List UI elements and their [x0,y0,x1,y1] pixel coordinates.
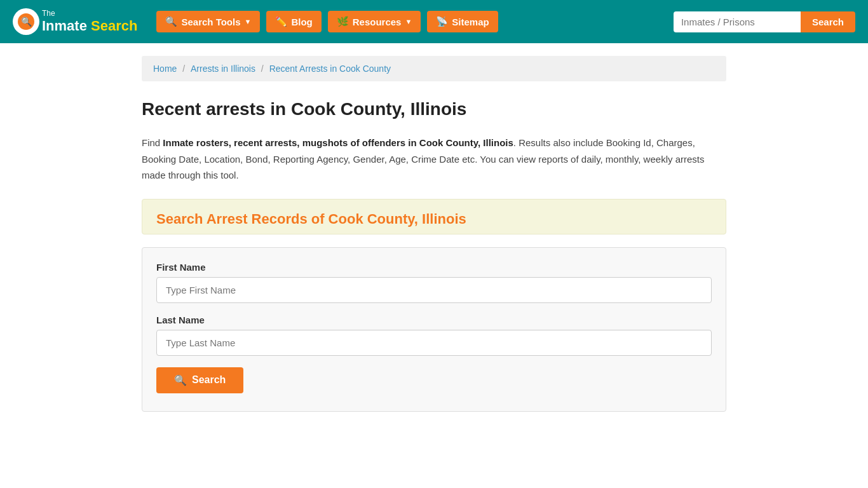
first-name-label: First Name [156,262,712,273]
resources-label: Resources [353,17,402,27]
nav-search-input[interactable] [674,11,801,32]
resources-icon: 🌿 [337,16,349,27]
search-section-title: Search Arrest Records of Cook County, Il… [156,211,712,227]
chevron-down-icon: ▼ [245,18,252,25]
navbar: 🔍 The Inmate Search 🔍 Search Tools ▼ ✏️ … [0,0,868,43]
blog-icon: ✏️ [275,16,287,27]
logo-inmate: Inmate Search [42,18,137,34]
svg-text:🔍: 🔍 [21,17,32,27]
first-name-group: First Name [156,262,712,303]
breadcrumb-home[interactable]: Home [153,64,177,74]
search-submit-icon: 🔍 [174,374,187,386]
search-tools-button[interactable]: 🔍 Search Tools ▼ [156,11,260,32]
last-name-group: Last Name [156,315,712,356]
search-tools-label: Search Tools [181,17,240,27]
logo-text: The Inmate Search [42,10,137,33]
sitemap-button[interactable]: 📡 Sitemap [427,11,498,32]
logo-badge: 🔍 [13,8,39,35]
logo-link[interactable]: 🔍 The Inmate Search [13,8,137,35]
last-name-input[interactable] [156,330,712,356]
search-submit-label: Search [192,374,226,386]
blog-label: Blog [291,17,312,27]
description-start: Find [142,137,163,148]
resources-button[interactable]: 🌿 Resources ▼ [328,11,421,32]
search-section-header: Search Arrest Records of Cook County, Il… [142,199,726,234]
breadcrumb-separator-2: / [261,64,266,74]
breadcrumb-level1[interactable]: Arrests in Illinois [191,64,255,74]
first-name-input[interactable] [156,277,712,303]
sitemap-icon: 📡 [436,16,448,27]
logo-icon: 🔍 [17,13,35,30]
main-content: Home / Arrests in Illinois / Recent Arre… [129,43,739,437]
description-bold: Inmate rosters, recent arrests, mugshots… [163,137,513,148]
nav-search-area: Search [674,11,855,32]
page-description: Find Inmate rosters, recent arrests, mug… [142,135,726,184]
search-form-box: First Name Last Name 🔍 Search [142,247,726,412]
chevron-down-icon-2: ▼ [405,18,412,25]
search-tools-icon: 🔍 [165,16,177,27]
breadcrumb-level2[interactable]: Recent Arrests in Cook County [269,64,391,74]
blog-button[interactable]: ✏️ Blog [266,11,321,32]
nav-search-label: Search [812,17,844,27]
breadcrumb-separator-1: / [182,64,187,74]
search-submit-button[interactable]: 🔍 Search [156,367,243,393]
last-name-label: Last Name [156,315,712,325]
nav-search-button[interactable]: Search [801,11,855,32]
page-title: Recent arrests in Cook County, Illinois [142,99,726,119]
breadcrumb: Home / Arrests in Illinois / Recent Arre… [142,56,726,81]
sitemap-label: Sitemap [452,17,489,27]
